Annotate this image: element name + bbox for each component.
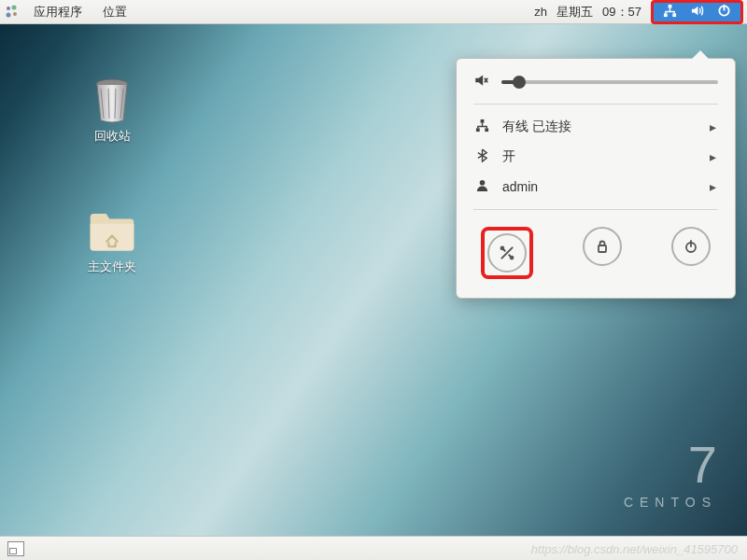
power-button[interactable] <box>671 227 711 266</box>
panel-left: 应用程序 位置 <box>4 4 136 21</box>
svg-point-2 <box>13 12 17 16</box>
home-folder-label: 主文件夹 <box>75 259 149 275</box>
action-buttons-row <box>473 217 718 281</box>
trash-label: 回收站 <box>75 128 149 145</box>
svg-point-13 <box>480 180 486 186</box>
settings-button[interactable] <box>487 233 527 273</box>
user-label: admin <box>502 179 697 194</box>
svg-rect-16 <box>599 245 606 252</box>
speaker-icon <box>473 72 490 92</box>
bluetooth-icon <box>475 148 489 165</box>
svg-point-1 <box>12 5 17 9</box>
chevron-right-icon: ▸ <box>710 179 716 194</box>
chevron-right-icon: ▸ <box>710 149 716 164</box>
workspace-switcher[interactable] <box>7 541 24 556</box>
bluetooth-label: 开 <box>502 148 697 165</box>
user-row[interactable]: admin ▸ <box>473 172 718 202</box>
wired-network-icon <box>475 119 489 135</box>
time-label[interactable]: 09：57 <box>602 4 641 21</box>
chevron-right-icon: ▸ <box>710 119 716 134</box>
svg-rect-6 <box>672 13 676 17</box>
lock-button[interactable] <box>583 227 622 266</box>
gnome-logo-icon <box>4 5 19 20</box>
top-panel: 应用程序 位置 zh 星期五 09：57 <box>0 0 747 24</box>
trash-icon <box>88 76 136 124</box>
centos-brand: 7 CENTOS <box>624 439 717 510</box>
places-menu[interactable]: 位置 <box>93 4 136 21</box>
svg-rect-4 <box>669 4 672 7</box>
centos-version: 7 <box>624 439 717 491</box>
day-label[interactable]: 星期五 <box>557 4 593 21</box>
centos-name: CENTOS <box>624 495 717 510</box>
applications-menu[interactable]: 应用程序 <box>24 4 92 21</box>
svg-rect-5 <box>664 13 668 17</box>
user-icon <box>475 178 489 195</box>
system-status-area[interactable] <box>651 0 743 24</box>
network-label: 有线 已连接 <box>502 119 697 135</box>
svg-rect-11 <box>476 128 480 132</box>
separator <box>473 104 718 105</box>
bluetooth-row[interactable]: 开 ▸ <box>473 142 718 172</box>
network-row[interactable]: 有线 已连接 ▸ <box>473 112 718 142</box>
svg-point-0 <box>7 7 10 10</box>
svg-rect-10 <box>481 119 485 123</box>
locale-indicator[interactable]: zh <box>534 5 547 19</box>
svg-rect-8 <box>724 4 726 10</box>
folder-icon <box>88 206 136 255</box>
svg-rect-12 <box>485 128 488 132</box>
trash-desktop-icon[interactable]: 回收站 <box>75 76 149 145</box>
desktop[interactable]: 回收站 主文件夹 7 CENTOS 有线 已连接 ▸ 开 ▸ <box>0 24 747 536</box>
home-folder-desktop-icon[interactable]: 主文件夹 <box>75 206 149 275</box>
system-menu-popup: 有线 已连接 ▸ 开 ▸ admin ▸ <box>456 58 736 299</box>
panel-right: zh 星期五 09：57 <box>534 0 743 24</box>
volume-row <box>473 72 718 92</box>
volume-slider[interactable] <box>501 80 718 84</box>
power-icon[interactable] <box>717 4 731 21</box>
settings-highlight <box>481 227 533 279</box>
network-icon[interactable] <box>663 4 677 21</box>
volume-icon[interactable] <box>690 4 704 21</box>
svg-point-3 <box>7 12 11 17</box>
watermark: https://blog.csdn.net/weixin_41595700 <box>531 542 738 556</box>
separator <box>473 209 718 210</box>
